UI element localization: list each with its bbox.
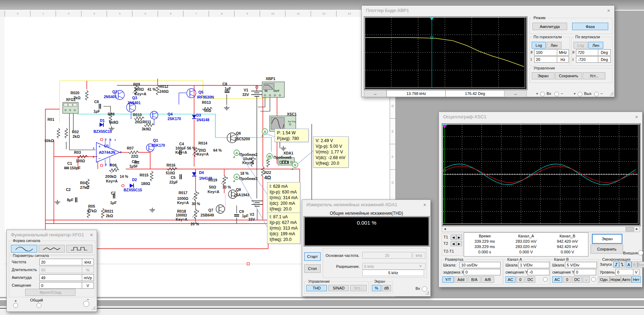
sync-b-button[interactable]: B — [632, 261, 637, 268]
auto-button[interactable]: Авто — [621, 276, 632, 283]
stop-button[interactable]: Стоп — [304, 264, 321, 273]
close-icon[interactable]: × — [422, 202, 428, 208]
cursor-phase-readout: 176.42 Deg — [445, 90, 505, 97]
vertical-lin-button[interactable]: Лин — [588, 42, 603, 49]
db-button[interactable]: dB — [382, 285, 391, 291]
settings-button[interactable]: Уст... — [350, 285, 367, 291]
horizontal-f-unit[interactable]: MHz — [557, 49, 569, 56]
offset-unit[interactable]: V — [82, 282, 94, 289]
save-button[interactable]: Сохранить — [555, 72, 582, 79]
horizontal-log-button[interactable]: Log — [532, 42, 546, 49]
save-button[interactable]: Сохранить — [591, 244, 623, 254]
external-radio[interactable] — [638, 250, 643, 255]
resize-grip[interactable] — [425, 291, 429, 295]
cha-dc-button[interactable]: DC — [525, 276, 535, 283]
vertical-i-field[interactable]: -720 — [576, 56, 599, 63]
frequency-field[interactable]: 20 — [39, 259, 83, 265]
t2-right-button[interactable]: ► — [456, 241, 462, 246]
close-icon[interactable]: × — [605, 7, 612, 14]
out-minus-radio[interactable] — [594, 92, 599, 96]
measurement-table: ВремяКанал_AКанал_B339.229 ms283.020 mV9… — [464, 232, 588, 257]
sinad-button[interactable]: SINAD — [328, 285, 349, 291]
vertical-f-unit[interactable]: Deg — [598, 49, 611, 56]
amplitude-unit[interactable]: mVp — [82, 274, 94, 281]
timebase-scale-field[interactable]: 10 us/Div — [459, 262, 501, 268]
yt-mode-button[interactable]: Y/T — [442, 276, 454, 283]
in-plus-radio[interactable] — [540, 92, 545, 96]
t1-left-button[interactable]: ◄ — [451, 235, 456, 240]
sync-ext-button[interactable]: Внеш — [637, 261, 644, 268]
thd-mode-button[interactable]: THD — [306, 285, 327, 291]
chb-scale-field[interactable]: 5 V/Div — [565, 262, 597, 268]
chb-ac-button[interactable]: AC — [552, 276, 562, 283]
resize-grip[interactable] — [92, 306, 95, 310]
ab-mode-button[interactable]: A/B — [481, 276, 494, 283]
square-wave-button[interactable] — [66, 245, 92, 253]
screen-button[interactable]: Экран — [592, 234, 622, 244]
level-field[interactable]: 0 — [615, 269, 634, 275]
oscilloscope-window[interactable]: Осциллограф-XSC1 × ◄ ► T1 ◄ ► T2 ◄ ► T2-… — [439, 112, 643, 287]
timebase-delay-field[interactable]: 0 — [464, 269, 501, 275]
ba-mode-button[interactable]: B/A — [468, 276, 481, 283]
cha-ac-button[interactable]: AC — [505, 276, 515, 283]
out-plus-radio[interactable] — [578, 92, 582, 96]
resolution-dropdown[interactable]: 5 kHz — [362, 263, 425, 270]
phase-button[interactable]: Фаза — [572, 23, 608, 30]
in-plus-label: + — [536, 91, 538, 96]
t2-left-button[interactable]: ◄ — [451, 241, 456, 246]
close-icon[interactable]: × — [88, 232, 95, 238]
vertical-i-unit[interactable]: Deg — [598, 56, 611, 63]
chb-dc-button[interactable]: DC — [572, 276, 582, 283]
horizontal-lin-button[interactable]: Лин — [547, 42, 561, 49]
none-button[interactable]: Нет — [632, 276, 641, 283]
group-legend: По горизонтали — [532, 35, 563, 39]
horizontal-i-field[interactable]: 20 — [534, 56, 558, 63]
horizontal-f-field[interactable]: 100 — [534, 49, 558, 56]
single-button[interactable]: Одн. — [599, 276, 610, 283]
settings-button[interactable]: Уст... — [583, 72, 605, 79]
chb-zero-button[interactable]: 0 — [563, 276, 571, 283]
triangle-wave-button[interactable] — [39, 245, 65, 253]
function-generator-window[interactable]: Функциональный генератор-XFG1 × Форма си… — [6, 230, 97, 312]
normal-button[interactable]: Норм — [610, 276, 621, 283]
chb-minus-button[interactable]: - — [583, 276, 590, 283]
cha-offset-field[interactable]: -0 — [527, 269, 549, 275]
start-button[interactable]: Старт — [304, 252, 321, 261]
add-mode-button[interactable]: Add — [454, 276, 467, 283]
sync-a-button[interactable]: A — [626, 261, 632, 268]
vertical-f-field[interactable]: 720 — [576, 49, 599, 56]
scroll-right-button[interactable]: → — [504, 90, 527, 97]
falling-edge-icon[interactable] — [619, 261, 625, 268]
out-label: Вых — [584, 91, 592, 96]
offset-field[interactable]: 0 — [39, 282, 83, 289]
horizontal-i-unit[interactable]: Hz — [557, 56, 569, 63]
bode-display — [364, 16, 527, 90]
amplitude-field[interactable]: 49 — [39, 274, 83, 281]
distortion-analyzer-window[interactable]: Измеритель нелинейных искажений-XDA1 × О… — [302, 199, 431, 297]
cha-zero-button[interactable]: 0 — [516, 276, 525, 283]
frequency-unit[interactable]: kHz — [82, 259, 94, 265]
close-icon[interactable]: × — [633, 114, 640, 120]
fundamental-freq-field[interactable]: 20 — [362, 252, 412, 259]
percent-button[interactable]: % — [372, 285, 381, 291]
minus-terminal[interactable] — [83, 301, 89, 307]
rising-edge-icon[interactable] — [613, 261, 619, 268]
sine-wave-button[interactable] — [11, 245, 37, 253]
edge-button[interactable]: Фронт/Спад — [25, 289, 75, 296]
t1-right-button[interactable]: ► — [456, 235, 462, 240]
display-scrollbar[interactable]: ◄ ► — [442, 226, 640, 232]
in-minus-radio[interactable] — [554, 92, 559, 96]
duty-field[interactable]: 50 — [39, 266, 83, 273]
cha-scale-field[interactable]: 1 V/Div — [518, 262, 549, 268]
vertical-log-button[interactable]: Log — [574, 42, 588, 49]
scroll-left-button[interactable]: ← — [364, 90, 387, 97]
bode-plotter-window[interactable]: Плоттер Боде-XBP1 × ← 13.798 kHz 176.42 … — [361, 5, 615, 97]
input-radio[interactable] — [422, 286, 427, 292]
plus-terminal-label: + — [15, 299, 17, 303]
resize-grip[interactable] — [610, 92, 613, 96]
amplitude-button[interactable]: Амплитуда — [532, 23, 567, 30]
common-terminal[interactable] — [36, 303, 41, 308]
plus-terminal[interactable] — [13, 303, 18, 308]
screen-button[interactable]: Экран — [532, 72, 554, 79]
chb-offset-field[interactable]: 0 — [574, 269, 596, 275]
